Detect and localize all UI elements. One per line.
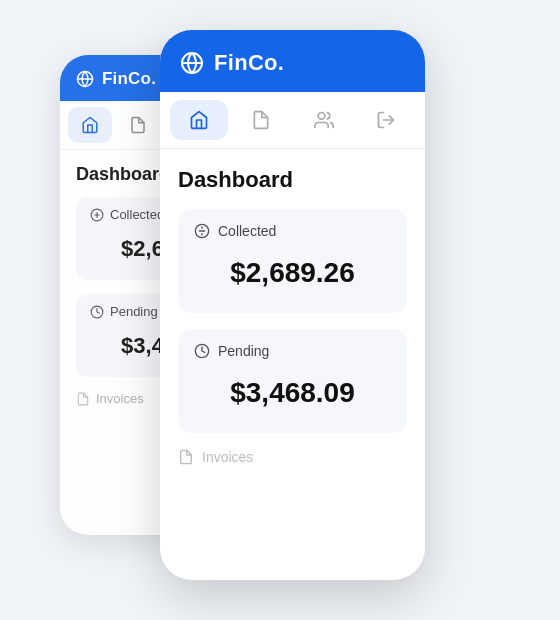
bg-nav-docs[interactable]: [116, 107, 160, 143]
globe-icon: [76, 70, 94, 88]
fg-pending-header: Pending: [194, 343, 391, 359]
fg-collected-value: $2,689.26: [194, 247, 391, 299]
clock-icon-bg: [90, 305, 104, 319]
fg-nav-bar: [160, 92, 425, 149]
fg-pending-label: Pending: [218, 343, 269, 359]
fg-nav-people[interactable]: [295, 100, 353, 140]
fg-invoice-icon: [178, 449, 194, 465]
invoice-icon-bg: [76, 392, 90, 406]
fg-dollar-circle-icon: [194, 223, 210, 239]
fg-invoices-item: Invoices: [178, 449, 407, 465]
bg-brand-name: FinCo.: [102, 69, 156, 89]
fg-pending-card: Pending $3,468.09: [178, 329, 407, 433]
fg-collected-label: Collected: [218, 223, 276, 239]
bg-invoices-label: Invoices: [96, 391, 144, 406]
bg-pending-label: Pending: [110, 304, 158, 319]
fg-globe-icon: [180, 51, 204, 75]
foreground-phone: FinCo.: [160, 30, 425, 580]
fg-logout-icon: [376, 110, 396, 130]
fg-people-icon: [314, 110, 334, 130]
fg-documents-icon: [251, 110, 271, 130]
fg-page-title: Dashboard: [178, 167, 407, 193]
bg-collected-label: Collected: [110, 207, 164, 222]
dollar-circle-icon: [90, 208, 104, 222]
fg-collected-card: Collected $2,689.26: [178, 209, 407, 313]
fg-clock-icon: [194, 343, 210, 359]
bg-nav-home[interactable]: [68, 107, 112, 143]
fg-nav-logout[interactable]: [357, 100, 415, 140]
home-icon: [81, 116, 99, 134]
fg-collected-header: Collected: [194, 223, 391, 239]
fg-phone-header: FinCo.: [160, 30, 425, 92]
fg-nav-home[interactable]: [170, 100, 228, 140]
documents-icon: [129, 116, 147, 134]
fg-home-icon: [189, 110, 209, 130]
fg-nav-docs[interactable]: [232, 100, 290, 140]
fg-content: Dashboard Collected $2,689.26 Pending $3…: [160, 149, 425, 483]
fg-brand-name: FinCo.: [214, 50, 284, 76]
fg-invoices-label: Invoices: [202, 449, 253, 465]
svg-point-10: [318, 113, 325, 120]
fg-pending-value: $3,468.09: [194, 367, 391, 419]
